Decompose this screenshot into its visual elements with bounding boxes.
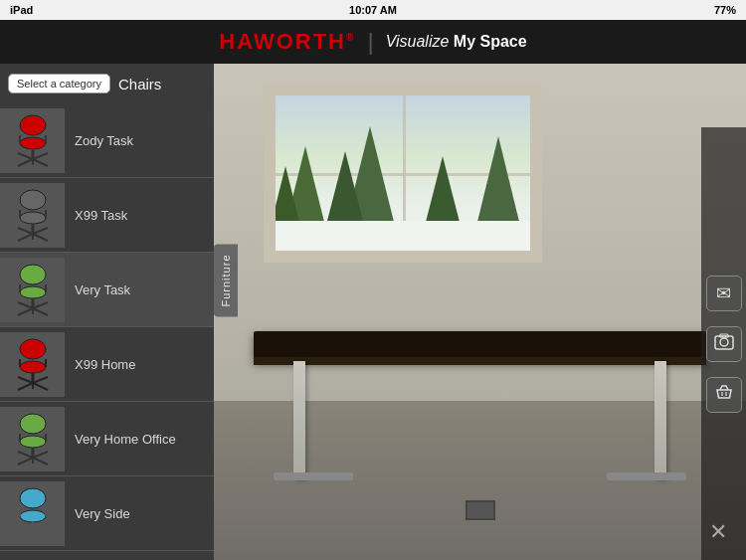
right-toolbar: ✉	[701, 127, 746, 560]
floor-cover	[466, 500, 495, 520]
chair-thumb-x99-home	[0, 332, 65, 397]
haworth-logo: HAWORTH®	[219, 29, 355, 55]
device-label: iPad	[10, 4, 70, 16]
room-scene	[214, 64, 746, 560]
svg-line-28	[18, 302, 33, 308]
basket-button[interactable]	[706, 377, 742, 413]
chair-item-very-task[interactable]: Very Task	[0, 253, 214, 327]
svg-line-62	[33, 526, 48, 532]
chair-item-x99-home[interactable]: X99 Home	[0, 327, 214, 402]
email-button[interactable]: ✉	[706, 276, 742, 311]
status-bar: iPad 10:07 AM 77%	[0, 0, 746, 20]
svg-line-17	[18, 228, 33, 234]
svg-point-45	[24, 417, 42, 431]
leg-base-right	[607, 472, 686, 480]
svg-point-13	[20, 212, 46, 224]
chair-item-x99-task[interactable]: X99 Task	[0, 178, 214, 253]
close-icon: ✕	[709, 519, 727, 545]
svg-line-27	[33, 308, 48, 315]
svg-line-4	[18, 159, 33, 166]
chair-label-very-home-office: Very Home Office	[75, 432, 176, 447]
leg-base-left	[274, 472, 353, 480]
svg-line-15	[18, 234, 33, 241]
chair-label-x99-home: X99 Home	[75, 357, 135, 372]
svg-line-7	[33, 153, 48, 159]
svg-line-48	[18, 458, 33, 465]
battery-indicator: 77%	[676, 4, 736, 16]
chair-item-zody-task[interactable]: Zody Task	[0, 103, 214, 178]
desk	[254, 331, 706, 480]
clock: 10:07 AM	[70, 4, 676, 16]
email-icon: ✉	[716, 282, 731, 304]
chair-thumb-zody-task	[0, 108, 65, 173]
svg-line-38	[33, 383, 48, 390]
table-legs	[254, 361, 706, 480]
chair-label-very-task: Very Task	[75, 282, 130, 297]
chair-thumb-very-side	[0, 481, 65, 546]
app-header: HAWORTH® | Visualize My Space	[0, 20, 746, 64]
svg-point-35	[20, 361, 46, 373]
camera-icon	[714, 331, 734, 356]
svg-line-40	[33, 377, 48, 383]
room-window	[264, 84, 542, 263]
chair-label-zody-task: Zody Task	[75, 133, 133, 148]
svg-point-34	[24, 342, 42, 356]
svg-line-29	[33, 302, 48, 308]
svg-point-46	[20, 436, 46, 448]
chair-label-x99-task: X99 Task	[75, 208, 127, 223]
svg-line-6	[18, 153, 33, 159]
furniture-tab-label[interactable]: Furniture	[214, 244, 238, 316]
svg-line-59	[18, 532, 33, 539]
chair-thumb-very-home-office	[0, 407, 65, 471]
chair-thumb-very-task	[0, 258, 65, 322]
category-title: Chairs	[118, 76, 161, 93]
snow-ground	[276, 221, 530, 251]
chair-label-very-side: Very Side	[75, 506, 130, 521]
select-category-button[interactable]: Select a category	[8, 74, 110, 93]
svg-line-50	[18, 452, 33, 458]
tagline: Visualize My Space	[386, 33, 527, 51]
svg-line-5	[33, 159, 48, 166]
table-leg-right	[654, 361, 666, 480]
table-top	[254, 331, 706, 361]
svg-point-2	[20, 137, 46, 149]
svg-point-23	[24, 268, 42, 281]
svg-line-26	[18, 308, 33, 315]
svg-line-60	[33, 532, 48, 539]
basket-icon	[714, 382, 734, 407]
window-view	[276, 95, 530, 251]
svg-line-61	[18, 526, 33, 532]
camera-button[interactable]	[706, 326, 742, 362]
chair-thumb-x99-task	[0, 183, 65, 248]
sidebar: Select a category Chairs Zody Task	[0, 64, 214, 560]
furniture-tab[interactable]: Furniture	[214, 244, 238, 316]
chair-item-very-home-office[interactable]: Very Home Office	[0, 402, 214, 476]
chair-list: Zody Task X99 Task	[0, 103, 214, 551]
svg-line-18	[33, 228, 48, 234]
svg-line-51	[33, 452, 48, 458]
svg-point-24	[20, 286, 46, 298]
svg-point-67	[720, 338, 728, 346]
svg-line-49	[33, 458, 48, 465]
sidebar-header: Select a category Chairs	[0, 64, 214, 103]
header-divider: |	[367, 28, 373, 56]
svg-point-1	[24, 118, 42, 132]
ar-viewport: ✉	[214, 64, 746, 560]
svg-line-16	[33, 234, 48, 241]
svg-point-57	[20, 510, 46, 522]
brand-container: HAWORTH® | Visualize My Space	[219, 28, 526, 56]
svg-point-56	[24, 491, 42, 505]
svg-line-37	[18, 383, 33, 390]
table-leg-left	[293, 361, 305, 480]
svg-line-39	[18, 377, 33, 383]
close-button[interactable]: ✕	[700, 514, 736, 550]
chair-item-very-side[interactable]: Very Side	[0, 476, 214, 551]
svg-point-12	[24, 193, 42, 207]
